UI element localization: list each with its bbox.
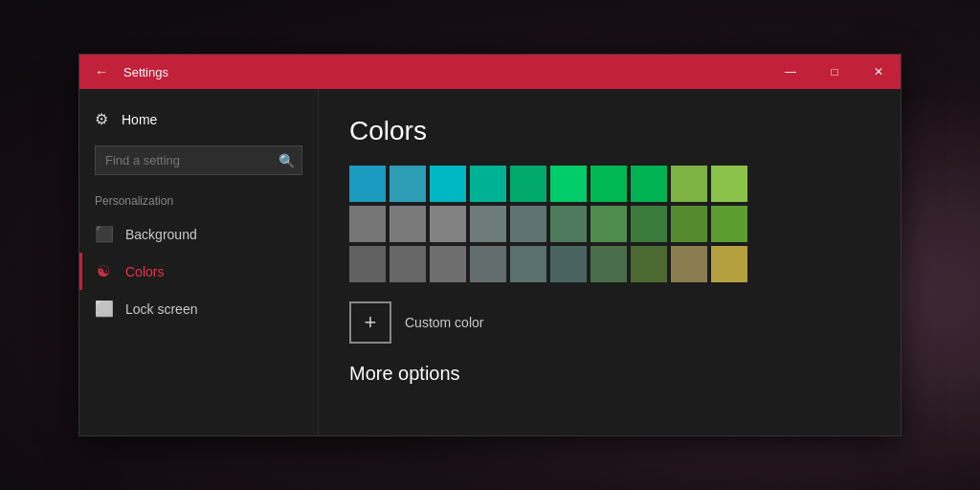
window-title: Settings [123, 65, 768, 79]
background-icon: ⬛ [95, 225, 112, 243]
color-swatch[interactable] [390, 246, 426, 282]
color-swatch[interactable] [510, 166, 546, 202]
maximize-icon: □ [831, 65, 837, 78]
color-swatch[interactable] [470, 246, 506, 282]
color-swatch[interactable] [510, 206, 546, 242]
sidebar-item-home[interactable]: ⚙ Home [79, 100, 318, 138]
color-grid [349, 166, 870, 282]
color-swatch[interactable] [550, 206, 587, 242]
color-swatch[interactable] [711, 166, 747, 202]
home-icon: ⚙ [95, 110, 108, 128]
color-swatch[interactable] [349, 166, 386, 202]
minimize-icon: — [785, 65, 796, 78]
color-swatch[interactable] [671, 206, 707, 242]
window-content: ⚙ Home 🔍 Personalization ⬛ Background ☯ … [79, 89, 901, 435]
close-button[interactable]: ✕ [857, 55, 901, 89]
color-swatch[interactable] [631, 246, 667, 282]
colors-label: Colors [125, 264, 164, 279]
window-controls: — □ ✕ [768, 55, 901, 89]
color-swatch[interactable] [349, 246, 386, 282]
color-swatch[interactable] [550, 246, 587, 282]
custom-color-row: + Custom color [349, 301, 870, 344]
color-swatch[interactable] [390, 206, 426, 242]
titlebar: ← Settings — □ ✕ [79, 55, 901, 89]
color-swatch[interactable] [590, 206, 627, 242]
color-swatch[interactable] [711, 246, 747, 282]
search-icon: 🔍 [278, 153, 295, 168]
plus-icon: + [365, 310, 377, 335]
back-icon: ← [95, 64, 108, 79]
minimize-button[interactable]: — [768, 55, 813, 89]
page-title: Colors [349, 116, 870, 146]
section-label: Personalization [79, 190, 318, 215]
maximize-button[interactable]: □ [813, 55, 857, 89]
sidebar-item-background[interactable]: ⬛ Background [79, 215, 318, 253]
settings-window: ← Settings — □ ✕ ⚙ Home 🔍 P [78, 54, 902, 436]
sidebar-item-colors[interactable]: ☯ Colors [79, 253, 318, 290]
color-swatch[interactable] [550, 166, 587, 202]
sidebar: ⚙ Home 🔍 Personalization ⬛ Background ☯ … [79, 89, 319, 435]
custom-color-label: Custom color [405, 315, 483, 330]
color-swatch[interactable] [590, 166, 627, 202]
color-swatch[interactable] [671, 166, 707, 202]
search-box: 🔍 [95, 145, 302, 175]
custom-color-button[interactable]: + [349, 301, 391, 344]
color-swatch[interactable] [671, 246, 707, 282]
color-swatch[interactable] [430, 246, 466, 282]
color-swatch[interactable] [390, 166, 426, 202]
more-options-title: More options [349, 363, 870, 385]
search-input[interactable] [95, 145, 302, 175]
color-swatch[interactable] [470, 206, 506, 242]
lock-screen-icon: ⬜ [95, 300, 112, 318]
color-swatch[interactable] [349, 206, 386, 242]
home-label: Home [122, 112, 157, 127]
colors-icon: ☯ [95, 262, 112, 280]
color-swatch[interactable] [711, 206, 747, 242]
color-swatch[interactable] [430, 166, 466, 202]
color-swatch[interactable] [590, 246, 627, 282]
back-button[interactable]: ← [79, 55, 123, 89]
color-swatch[interactable] [430, 206, 466, 242]
color-swatch[interactable] [470, 166, 506, 202]
main-content: Colors + Custom color More options [319, 89, 901, 435]
color-swatch[interactable] [631, 166, 667, 202]
color-swatch[interactable] [510, 246, 546, 282]
sidebar-item-lock-screen[interactable]: ⬜ Lock screen [79, 290, 318, 327]
lock-screen-label: Lock screen [125, 301, 197, 317]
close-icon: ✕ [874, 65, 883, 78]
background-label: Background [125, 227, 197, 242]
color-swatch[interactable] [631, 206, 667, 242]
